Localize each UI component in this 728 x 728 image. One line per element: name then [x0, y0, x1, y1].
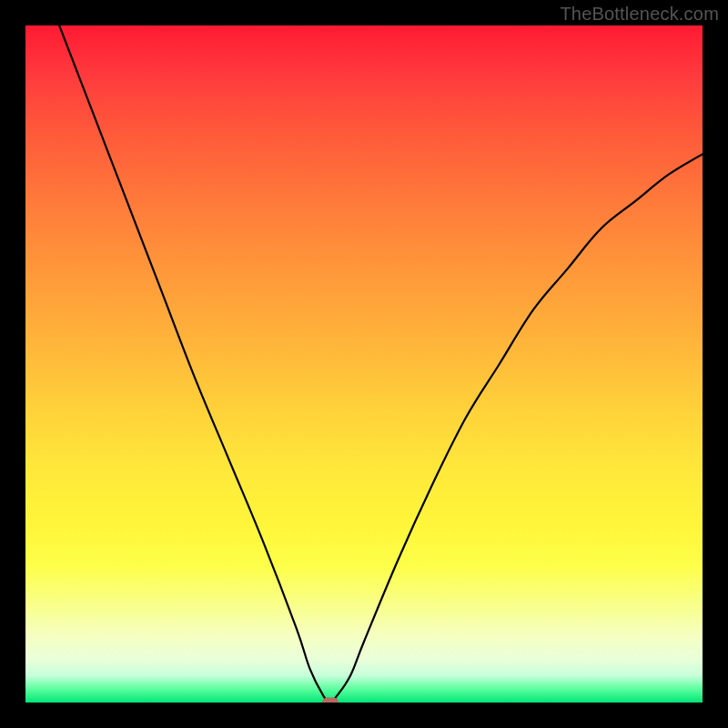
optimum-marker [322, 698, 339, 703]
plot-area [25, 25, 703, 703]
watermark-text: TheBottleneck.com [560, 4, 719, 25]
chart-frame: TheBottleneck.com [0, 0, 728, 728]
bottleneck-curve-path [59, 25, 703, 703]
curve-svg [25, 25, 703, 703]
